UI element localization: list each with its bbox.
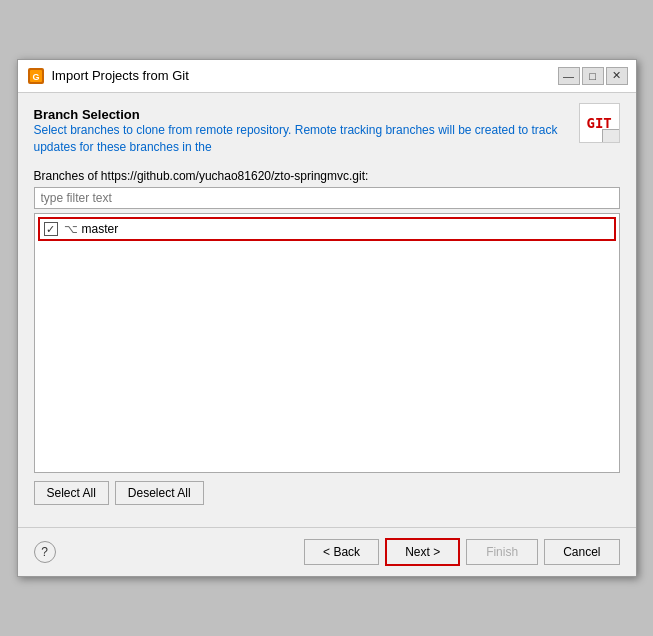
selection-buttons: Select All Deselect All [34,481,620,505]
select-all-button[interactable]: Select All [34,481,109,505]
back-button[interactable]: < Back [304,539,379,565]
git-logo: GIT [579,103,620,143]
window-controls: — □ ✕ [558,67,628,85]
dialog-content: Branch Selection Select branches to clon… [18,93,636,520]
section-description: Select branches to clone from remote rep… [34,122,579,156]
branch-item-master[interactable]: ✓ ⌥ master [38,217,616,241]
title-bar: G Import Projects from Git — □ ✕ [18,60,636,93]
branch-list: ✓ ⌥ master [34,213,620,473]
branches-label: Branches of https://github.com/yuchao816… [34,169,620,183]
section-header: Branch Selection Select branches to clon… [34,107,620,164]
section-title: Branch Selection [34,107,579,122]
minimize-button[interactable]: — [558,67,580,85]
branch-icon: ⌥ [64,222,78,236]
section-text: Branch Selection Select branches to clon… [34,107,579,164]
filter-input[interactable] [34,187,620,209]
maximize-button[interactable]: □ [582,67,604,85]
help-button[interactable]: ? [34,541,56,563]
finish-button[interactable]: Finish [466,539,538,565]
branch-name-master: master [82,222,119,236]
bottom-bar: ? < Back Next > Finish Cancel [18,528,636,576]
dialog-icon: G [26,66,46,86]
next-button[interactable]: Next > [385,538,460,566]
import-dialog: G Import Projects from Git — □ ✕ Branch … [17,59,637,578]
cancel-button[interactable]: Cancel [544,539,619,565]
deselect-all-button[interactable]: Deselect All [115,481,204,505]
svg-text:G: G [32,72,39,82]
branch-checkbox-master[interactable]: ✓ [44,222,58,236]
dialog-title: Import Projects from Git [52,68,552,83]
close-button[interactable]: ✕ [606,67,628,85]
